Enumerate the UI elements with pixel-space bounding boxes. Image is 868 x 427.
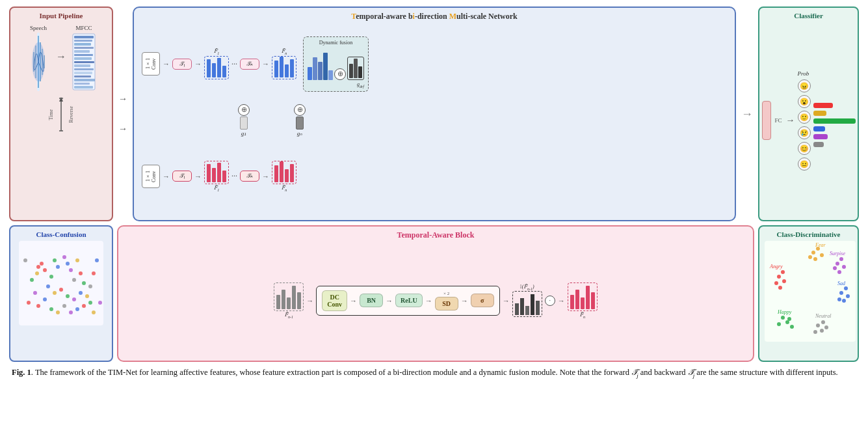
svg-rect-11 [74, 43, 91, 46]
fb1 [308, 67, 312, 80]
fig-label: Fig. 1 [12, 368, 31, 377]
fc-label: FC [775, 117, 782, 124]
prob-bar-2 [813, 111, 826, 116]
svg-point-89 [846, 294, 850, 298]
tbm-title: Temporal-aware bi-direction Multi-scale … [139, 12, 730, 21]
emotion-angry: 😠 [798, 79, 811, 92]
bar7 [285, 64, 289, 77]
svg-text:Neutral: Neutral [815, 313, 832, 319]
prob-bar-6 [813, 142, 824, 147]
svg-point-93 [785, 320, 789, 324]
svg-rect-21 [74, 79, 95, 81]
speech-label: Speech [30, 25, 47, 31]
svg-rect-16 [74, 61, 94, 63]
class-discriminative-title: Class-Discriminative [765, 230, 852, 238]
tb-output-bars [568, 282, 598, 311]
tn-top-wrap: 𝒯̄ₙ [240, 59, 259, 70]
svg-rect-19 [74, 72, 92, 74]
svg-point-58 [62, 304, 66, 308]
classifier-right: Prob 😠 😮 🙂 😢 😊 😐 [798, 70, 856, 171]
svg-point-55 [36, 304, 40, 308]
caption-and-backward: and backward [638, 368, 688, 377]
barp3 [217, 163, 221, 182]
network-inner: 1×1Conv → 𝒯̄₁ → F̄1 [139, 24, 730, 216]
svg-point-87 [839, 291, 843, 295]
fb3 [318, 62, 322, 80]
fob1 [349, 64, 353, 78]
tbob1 [570, 295, 574, 309]
f1-bottom-label: F̄1 [214, 185, 220, 192]
svg-point-101 [813, 330, 817, 334]
svg-rect-12 [74, 47, 94, 49]
bottom-row: Class-Confusion [9, 225, 859, 362]
fb4 [323, 53, 328, 80]
mfcc-label: MFCC [75, 25, 92, 31]
svg-point-91 [837, 297, 841, 301]
diagram-row: Input Pipeline Speech [9, 7, 859, 221]
svg-point-43 [46, 284, 50, 288]
func-label: 𝒜(F̄n-1) [520, 284, 534, 291]
svg-point-33 [53, 258, 57, 262]
tbob4 [586, 286, 590, 309]
fusion-output-bars [347, 57, 364, 80]
dc-conv-box: DCConv [322, 290, 347, 311]
arr4: → [163, 172, 170, 180]
arr-tb-sd: → [461, 297, 468, 305]
svg-text:Angry: Angry [769, 264, 783, 269]
emotions-probs: 😠 😮 🙂 😢 😊 😐 [798, 79, 856, 171]
svg-marker-25 [59, 97, 63, 102]
dots-bottom: ··· [231, 171, 237, 181]
time-label: Time [48, 109, 54, 120]
arr3: → [262, 60, 269, 68]
tb-input-bars [274, 282, 304, 311]
svg-point-36 [62, 255, 66, 259]
tn-bottom-wrap: 𝒯̄ₙ [240, 171, 259, 182]
svg-point-54 [43, 297, 47, 301]
arr2: → [194, 60, 202, 68]
svg-text:Happy: Happy [777, 309, 792, 315]
conv1-bottom-wrap: 1×1Conv [142, 165, 160, 188]
f1-top-label: F̄1 [214, 48, 220, 55]
f1-bottom-wrap: F̄1 [204, 161, 229, 192]
svg-point-60 [75, 307, 79, 311]
svg-point-63 [92, 310, 96, 314]
confusion-scatter [19, 241, 103, 325]
svg-point-48 [79, 291, 83, 295]
svg-point-69 [777, 275, 781, 279]
fn-bottom-wrap: F̄n [272, 161, 296, 192]
arr-tb2: → [503, 297, 510, 305]
dynamic-fusion-title: Dynamic fusion [319, 40, 352, 46]
tb-fn1-label: F̄n-1 [285, 312, 294, 319]
tbob2 [575, 290, 579, 309]
svg-point-59 [69, 310, 73, 314]
arrow-bottom: → [118, 124, 127, 134]
tbib5 [297, 292, 301, 309]
svg-point-47 [72, 297, 76, 301]
t1-bottom: 𝒯̄₁ [172, 171, 192, 182]
svg-point-51 [92, 271, 96, 275]
attend-bars [512, 291, 542, 317]
gn-label: gₙ [297, 130, 303, 137]
classifier-box: Classifier FC → Prob 😠 😮 🙂 😢 😊 😐 [758, 7, 859, 221]
svg-point-34 [56, 265, 60, 269]
svg-point-83 [842, 265, 846, 269]
fusion-bars [308, 54, 333, 80]
caption: Fig. 1. The framework of the TIM-Net for… [9, 366, 859, 380]
tb-flow: F̄n-1 → DCConv → BN → ReLU → × 2 SD [274, 244, 597, 357]
svg-point-67 [98, 301, 102, 305]
gn-bar [296, 117, 304, 130]
svg-point-77 [820, 253, 824, 257]
emotion-sad: 😢 [798, 126, 811, 139]
svg-point-70 [781, 270, 785, 274]
svg-rect-20 [74, 76, 91, 77]
f1-top-bars [204, 56, 229, 79]
mfcc-col: MFCC [72, 25, 96, 91]
svg-point-81 [835, 262, 839, 266]
arr-tb1: → [306, 297, 313, 305]
bar3 [217, 58, 221, 77]
classifier-internals: FC → Prob 😠 😮 🙂 😢 😊 😐 [762, 25, 856, 216]
barp5 [274, 165, 278, 182]
svg-point-41 [72, 278, 76, 282]
classifier-title: Classifier [794, 12, 823, 20]
tbib2 [282, 290, 285, 309]
